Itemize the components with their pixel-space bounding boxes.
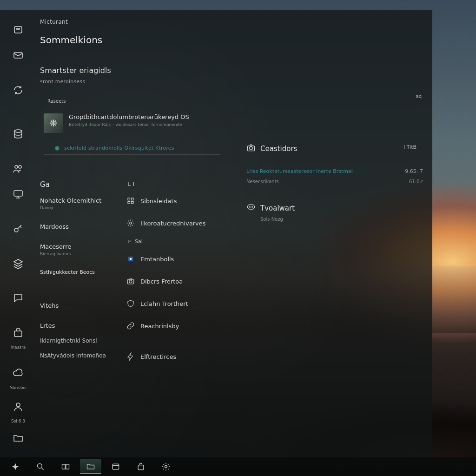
bag-icon — [136, 462, 145, 471]
taskbar-taskview-button[interactable] — [55, 459, 76, 474]
svg-rect-26 — [112, 464, 119, 469]
svg-rect-5 — [14, 191, 22, 196]
layers-icon — [12, 258, 24, 270]
rail-docs-label: Sbrisbis — [0, 385, 36, 390]
start-icon — [11, 462, 20, 471]
svg-rect-25 — [66, 464, 69, 469]
svg-point-2 — [14, 130, 22, 132]
user-icon — [12, 401, 24, 413]
rail-menu-button[interactable] — [0, 19, 36, 41]
store-icon — [12, 327, 24, 339]
svg-rect-27 — [138, 465, 144, 470]
taskbar-explorer-button[interactable] — [80, 459, 101, 474]
li-title: L I — [127, 180, 228, 187]
svg-point-21 — [250, 206, 251, 207]
taskbar-app-button[interactable] — [105, 459, 126, 474]
svg-point-28 — [165, 466, 167, 468]
right-link-row[interactable]: Lriss Reoktaturesasterseor Inerte Brstme… — [246, 168, 423, 174]
featured-title: Groptbithcartdolumbrotenarükereyd OS — [69, 113, 189, 120]
rail-folder-button[interactable] — [0, 426, 36, 449]
li-item[interactable]: Lclahn Trorthert — [126, 299, 228, 308]
icon-rail: Inassra Sbrisbis Ssl 6 8 — [0, 10, 36, 457]
taskbar-start-button[interactable] — [5, 459, 26, 474]
svg-rect-7 — [14, 331, 22, 337]
featured-item[interactable]: ❋ Groptbithcartdolumbrotenarükereyd OS B… — [44, 113, 234, 133]
right-column: Ceastidors l TitB Lriss Reoktaturesaster… — [246, 143, 423, 222]
rail-refresh-button[interactable] — [0, 79, 36, 101]
folder-icon — [86, 462, 95, 471]
link-icon — [126, 322, 136, 330]
rail-key-button[interactable] — [0, 218, 36, 240]
status-dot-icon — [55, 146, 60, 151]
category-column-li: L I Sibnsleidats Ilkoroatucrednivarves S… — [126, 180, 228, 375]
ga-row[interactable]: Iklarnigthetnkl Sonsl — [40, 337, 114, 344]
svg-point-13 — [130, 222, 132, 225]
ga-title: Ga — [40, 180, 114, 189]
taskbar-store-button[interactable] — [130, 459, 152, 474]
quick-link[interactable]: sckrifeld strandokrolls Okirsquitet Ktro… — [55, 145, 174, 151]
svg-point-23 — [37, 463, 42, 468]
svg-rect-20 — [248, 205, 255, 209]
li-item[interactable]: Dibcrs Frertoa — [126, 277, 228, 285]
ga-item[interactable]: Macesorre Bierrag loarors — [40, 243, 114, 256]
rail-store-button[interactable] — [0, 321, 36, 344]
rail-chat-button[interactable] — [0, 287, 36, 310]
rail-cloud-button[interactable] — [0, 362, 36, 384]
svg-point-15 — [130, 258, 132, 260]
chat-icon — [12, 292, 24, 304]
start-panel: Inassra Sbrisbis Ssl 6 8 Micturant Somme… — [0, 10, 432, 457]
ga-item[interactable]: Mardooss — [40, 223, 114, 230]
right-heading-2[interactable]: Tvoalwart — [246, 203, 423, 214]
right-meta: l TitB — [403, 144, 416, 150]
ga-row[interactable]: NsAtyvádois Infomoñoa — [40, 352, 114, 359]
search-icon — [36, 462, 45, 471]
featured-subtitle: Britetryd deoor Räls – woldesars tenior … — [69, 122, 189, 127]
panel-title: Sommelkions — [40, 34, 121, 46]
window-icon — [111, 462, 120, 471]
svg-point-19 — [250, 147, 253, 150]
rail-display-button[interactable] — [0, 183, 36, 205]
taskview-icon — [61, 462, 70, 471]
gear-icon — [126, 219, 136, 227]
ga-section-2: Vitehs — [40, 302, 114, 309]
camera-icon — [246, 143, 256, 154]
taskbar-settings-button[interactable] — [155, 459, 177, 474]
right-heading-1[interactable]: Ceastidors l TitB — [246, 143, 423, 154]
svg-point-8 — [16, 403, 20, 407]
shield-icon — [126, 299, 136, 308]
ga-item[interactable]: Nohatck Olcemithict Davoy — [40, 197, 114, 210]
li-item-small[interactable]: Sal — [127, 238, 228, 245]
li-item[interactable]: Elftrectirces — [126, 352, 228, 361]
taskbar — [0, 457, 476, 476]
li-item[interactable]: Emtanbolls — [126, 255, 228, 263]
mail-icon — [12, 49, 24, 61]
chat-icon — [246, 203, 256, 214]
right-sub-row: Nesecsrikants 61:0:r — [246, 179, 423, 184]
svg-point-22 — [252, 206, 253, 207]
svg-rect-12 — [132, 202, 134, 204]
taskbar-search-button[interactable] — [30, 459, 51, 474]
ga-section-3: Lrtes — [40, 322, 114, 329]
rail-layers-button[interactable] — [0, 252, 36, 275]
rail-store-label: Inassra — [0, 345, 36, 350]
ga-item[interactable]: Ssthigukkecter Beocs — [40, 269, 114, 275]
svg-rect-10 — [132, 198, 134, 200]
camera-icon — [126, 277, 136, 285]
cloud-icon — [12, 367, 24, 379]
right-sub-2: Sols Nezg — [260, 217, 423, 222]
svg-point-4 — [19, 165, 21, 168]
category-column-ga: Ga Nohatck Olcemithict Davoy Mardooss Ma… — [40, 180, 114, 359]
li-item[interactable]: Sibnsleidats — [126, 197, 228, 205]
gear-icon — [161, 462, 171, 471]
badge-label: Raseets — [47, 99, 121, 104]
quick-link-text[interactable]: sckrifeld strandokrolls Okirsquitet Ktro… — [64, 145, 174, 151]
rail-people-button[interactable] — [0, 157, 36, 180]
menu-icon — [12, 24, 24, 36]
li-item[interactable]: Ilkoroatucrednivarves — [126, 219, 228, 227]
grid-icon — [126, 197, 136, 205]
rail-mail-button[interactable] — [0, 44, 36, 67]
rail-database-button[interactable] — [0, 123, 36, 145]
rail-user-button[interactable] — [0, 396, 36, 418]
svg-point-17 — [129, 280, 132, 283]
li-item[interactable]: Reachrinlsby — [126, 322, 228, 330]
